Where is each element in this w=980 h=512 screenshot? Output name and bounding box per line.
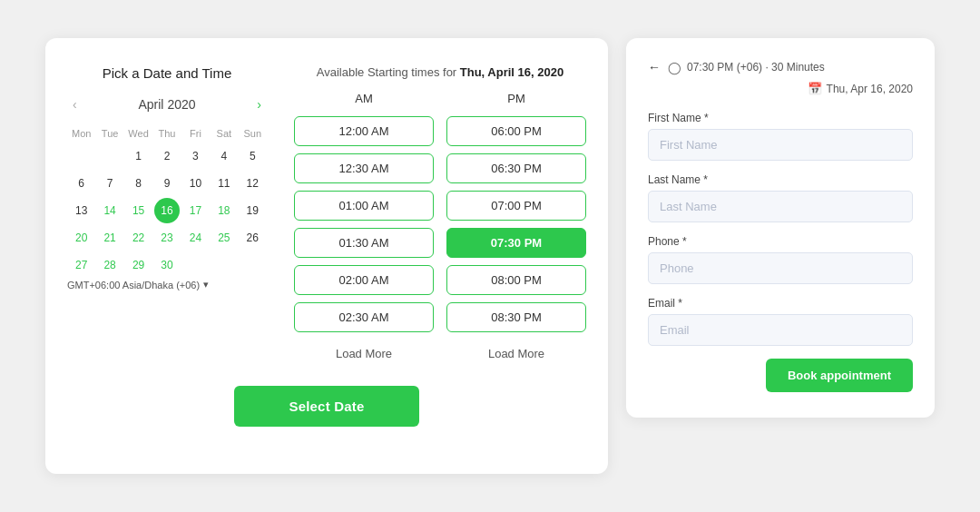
time-slot-am-0230[interactable]: 02:30 AM [294,302,434,332]
calendar-cell[interactable]: 14 [97,198,122,223]
calendar-header-thu: Thu [152,124,181,143]
calendar-cell [240,252,265,278]
calendar-cell[interactable]: 17 [182,198,208,223]
first-name-group: First Name * [648,112,913,161]
next-month-button[interactable]: › [251,95,267,113]
calendar-cell[interactable]: 20 [69,225,94,251]
calendar-cell [97,143,122,169]
calendar-header-wed: Wed [124,124,152,143]
time-slot-pm-0800[interactable]: 08:00 PM [446,265,586,295]
am-header: AM [294,92,434,105]
calendar-cell[interactable]: 8 [126,171,152,196]
time-slot-am-0200[interactable]: 02:00 AM [294,265,434,295]
calendar-cell[interactable]: 7 [97,171,122,196]
calendar-header-fri: Fri [181,124,210,143]
select-date-button[interactable]: Select Date [234,386,418,427]
calendar-cell[interactable]: 25 [211,225,237,251]
calendar-cell[interactable]: 6 [69,171,94,196]
calendar-cell[interactable]: 2 [154,143,180,169]
calendar-cell-selected[interactable]: 16 [154,198,180,223]
calendar-cell[interactable]: 15 [126,198,152,223]
email-label: Email * [648,297,913,310]
back-arrow-button[interactable]: ← [648,60,661,74]
am-column: AM 12:00 AM 12:30 AM 01:00 AM 01:30 AM 0… [294,92,434,360]
pm-column: PM 06:00 PM 06:30 PM 07:00 PM 07:30 PM 0… [446,92,586,360]
first-name-label: First Name * [648,112,913,124]
timezone-dropdown-icon: ▾ [203,279,209,290]
calendar-cell[interactable]: 3 [182,143,208,169]
calendar-cell[interactable]: 29 [126,252,152,278]
main-container: Pick a Date and Time ‹ April 2020 › Mon … [45,38,935,474]
calendar-cell[interactable]: 28 [97,252,122,278]
calendar-cell [69,143,94,169]
calendar-cell[interactable]: 19 [240,198,265,223]
calendar-cell[interactable]: 18 [211,198,237,223]
timezone-wrap: GMT+06:00 Asia/Dhaka (+06) ▾ [67,279,267,290]
right-card: ← ◯ 07:30 PM (+06) · 30 Minutes 📅 Thu, A… [626,38,935,418]
timeslots-title: Available Starting times for Thu, April … [294,65,586,79]
load-more-am[interactable]: Load More [294,347,434,360]
calendar-cell[interactable]: 10 [182,171,208,196]
calendar-cell[interactable]: 21 [97,225,122,251]
calendar-cell[interactable]: 11 [211,171,237,196]
booking-date-text: Thu, Apr 16, 2020 [827,83,913,95]
calendar-cell[interactable]: 26 [240,225,265,251]
time-slot-am-1230[interactable]: 12:30 AM [294,153,434,183]
email-input[interactable] [648,314,913,346]
calendar-header-sun: Sun [239,124,267,143]
last-name-group: Last Name * [648,173,913,222]
load-more-pm[interactable]: Load More [446,347,586,360]
time-slot-am-0100[interactable]: 01:00 AM [294,191,434,221]
calendar-cell[interactable]: 13 [69,198,94,223]
email-group: Email * [648,297,913,346]
left-card: Pick a Date and Time ‹ April 2020 › Mon … [45,38,608,474]
calendar-cell [211,252,237,278]
timezone-label: GMT+06:00 Asia/Dhaka (+06) [67,280,200,290]
calendar-month-year: April 2020 [138,97,195,112]
calendar-cell[interactable]: 12 [240,171,265,196]
calendar-header-sat: Sat [210,124,238,143]
calendar-icon: 📅 [808,82,822,95]
time-slot-pm-0830[interactable]: 08:30 PM [446,302,586,332]
time-slot-pm-0730-selected[interactable]: 07:30 PM [446,228,586,258]
calendar-cell[interactable]: 27 [69,252,94,278]
calendar-title: Pick a Date and Time [67,65,267,81]
phone-label: Phone * [648,235,913,248]
calendar-week-4: 20 21 22 23 24 25 26 [67,224,267,251]
time-slot-am-1200[interactable]: 12:00 AM [294,116,434,146]
first-name-input[interactable] [648,129,913,161]
time-slot-am-0130[interactable]: 01:30 AM [294,228,434,258]
pm-header: PM [446,92,586,105]
calendar-cell[interactable]: 4 [211,143,237,169]
book-appointment-button[interactable]: Book appointment [766,359,913,392]
last-name-label: Last Name * [648,173,913,186]
calendar-week-2: 6 7 8 9 10 11 12 [67,170,267,197]
booking-time-info: ◯ 07:30 PM (+06) · 30 Minutes [668,61,825,74]
phone-input[interactable] [648,252,913,284]
last-name-input[interactable] [648,191,913,222]
calendar-cell[interactable]: 1 [126,143,152,169]
time-slot-pm-0600[interactable]: 06:00 PM [446,116,586,146]
calendar-cell[interactable]: 9 [154,171,180,196]
calendar-cell[interactable]: 23 [154,225,180,251]
time-slot-pm-0630[interactable]: 06:30 PM [446,153,586,183]
booking-time-text: 07:30 PM (+06) · 30 Minutes [687,61,825,74]
calendar-grid: Mon Tue Wed Thu Fri Sat Sun 1 2 3 [67,124,267,279]
phone-group: Phone * [648,235,913,284]
clock-icon: ◯ [668,61,681,74]
calendar-cell[interactable]: 22 [126,225,152,251]
calendar-week-3: 13 14 15 16 17 18 19 [67,197,267,224]
left-card-inner: Pick a Date and Time ‹ April 2020 › Mon … [67,65,586,360]
prev-month-button[interactable]: ‹ [67,95,83,113]
calendar-section: Pick a Date and Time ‹ April 2020 › Mon … [67,65,267,360]
calendar-week-1: 1 2 3 4 5 [67,143,267,170]
timeslots-columns: AM 12:00 AM 12:30 AM 01:00 AM 01:30 AM 0… [294,92,586,360]
booking-date-info: 📅 Thu, Apr 16, 2020 [808,82,913,95]
calendar-week-5: 27 28 29 30 [67,251,267,279]
calendar-nav: ‹ April 2020 › [67,95,267,113]
calendar-cell[interactable]: 24 [182,225,208,251]
calendar-cell[interactable]: 5 [240,143,265,169]
time-slot-pm-0700[interactable]: 07:00 PM [446,191,586,221]
calendar-cell [182,252,208,278]
calendar-cell[interactable]: 30 [154,252,180,278]
